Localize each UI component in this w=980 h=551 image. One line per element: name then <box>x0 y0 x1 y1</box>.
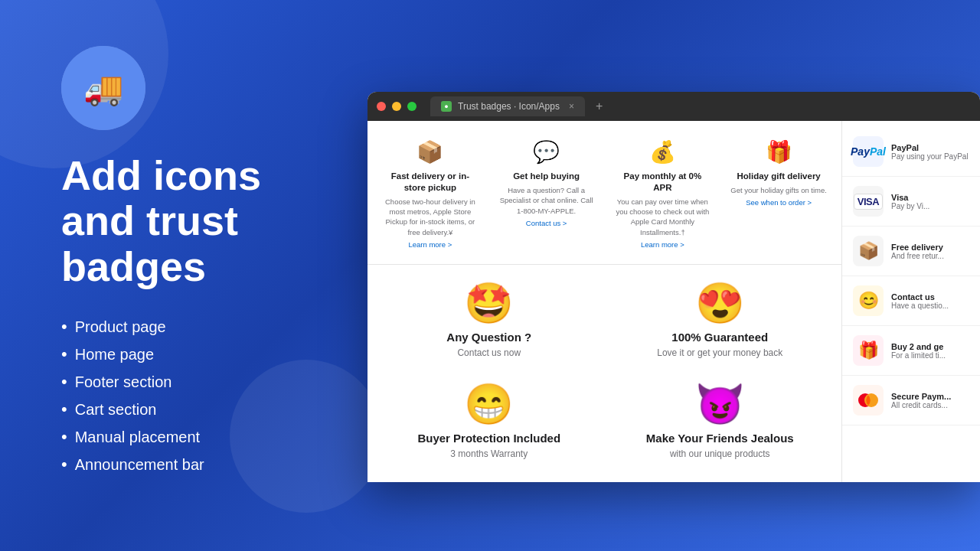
apple-badge-desc: Get your holiday gifts on time. <box>730 185 827 195</box>
browser-tab[interactable]: ● Trust badges · Icon/Apps × <box>430 96 585 116</box>
guarantee-emoji: 😍 <box>695 283 745 323</box>
secure-text: Secure Paym... All credit cards... <box>891 392 969 409</box>
emoji-badge-title: Make Your Friends Jealous <box>646 432 794 445</box>
payment-item-visa: VISA Visa Pay by Vi... <box>842 177 980 227</box>
truck-icon: 🚚 <box>83 70 123 107</box>
emoji-badge-desc: Love it or get your money back <box>657 347 782 360</box>
emoji-badge-jealous: 😈 Make Your Friends Jealous with our uni… <box>611 378 830 467</box>
delivery-badge-icon: 🚚 <box>61 46 145 130</box>
protection-emoji: 😁 <box>464 384 514 424</box>
feature-item: Announcement bar <box>61 455 204 474</box>
delivery-icon: 📦 <box>416 139 443 165</box>
money-icon: 💰 <box>649 139 676 165</box>
free-delivery-text: Free delivery And free retur... <box>891 243 969 260</box>
apple-badges-row: 📦 Fast delivery or in-store pickup Choos… <box>368 121 841 265</box>
buy2-text: Buy 2 and ge For a limited ti... <box>891 342 969 360</box>
paypal-icon: PayPal <box>853 136 884 167</box>
tab-favicon: ● <box>441 101 452 112</box>
apple-badge-link[interactable]: See when to order > <box>746 198 812 207</box>
chat-icon: 💬 <box>533 139 560 165</box>
paypal-text: PayPal Pay using your PayPal <box>891 143 969 161</box>
gift-icon: 🎁 <box>766 139 792 165</box>
apple-badge-gift: 🎁 Holiday gift delivery Get your holiday… <box>724 136 834 252</box>
apple-badge-title: Get help buying <box>513 171 580 182</box>
browser-content: 📦 Fast delivery or in-store pickup Choos… <box>368 121 980 482</box>
mastercard-icon <box>853 385 884 416</box>
apple-badge-title: Holiday gift delivery <box>737 171 820 182</box>
contact-text: Contact us Have a questio... <box>891 292 969 310</box>
feature-item: Manual placement <box>61 427 204 447</box>
apple-badge-desc: Have a question? Call a Specialist or ch… <box>498 185 596 216</box>
emoji-badge-desc: with our unique products <box>670 448 770 461</box>
jealous-emoji: 😈 <box>695 384 745 424</box>
payment-item-buy2: 🎁 Buy 2 and ge For a limited ti... <box>842 326 980 376</box>
feature-item: Home page <box>61 344 204 364</box>
apple-badge-link[interactable]: Learn more > <box>641 240 684 249</box>
apple-badge-title: Pay monthly at 0% APR <box>614 171 712 194</box>
apple-badge-delivery: 📦 Fast delivery or in-store pickup Choos… <box>375 136 485 252</box>
feature-item: Cart section <box>61 399 204 419</box>
visa-text: Visa Pay by Vi... <box>891 193 969 210</box>
minimize-dot[interactable] <box>392 102 401 111</box>
main-title: Add icons and trust badges <box>61 153 337 289</box>
emoji-badge-desc: Contact us now <box>457 347 521 360</box>
close-dot[interactable] <box>377 102 386 111</box>
browser-right-section: PayPal PayPal Pay using your PayPal VISA… <box>842 121 980 482</box>
maximize-dot[interactable] <box>407 102 416 111</box>
visa-icon: VISA <box>853 186 884 217</box>
payment-item-free-delivery: 📦 Free delivery And free retur... <box>842 227 980 276</box>
question-emoji: 🤩 <box>464 283 514 323</box>
emoji-badge-protection: 😁 Buyer Protection Included 3 months War… <box>380 378 599 467</box>
browser-window: ● Trust badges · Icon/Apps × + 📦 Fast de… <box>368 92 980 482</box>
apple-badge-desc: Choose two-hour delivery in most metros,… <box>381 197 479 237</box>
buy2-icon: 🎁 <box>853 335 884 366</box>
tab-close-button[interactable]: × <box>569 101 574 112</box>
apple-badge-pay: 💰 Pay monthly at 0% APR You can pay over… <box>608 136 718 252</box>
feature-item: Product page <box>61 317 204 337</box>
emoji-badge-desc: 3 months Warranty <box>450 448 528 461</box>
browser-left-section: 📦 Fast delivery or in-store pickup Choos… <box>368 121 842 482</box>
feature-list: Product page Home page Footer section Ca… <box>61 317 204 474</box>
emoji-badge-title: Any Question ? <box>446 331 531 344</box>
left-panel: 🚚 Add icons and trust badges Product pag… <box>0 0 368 551</box>
payment-item-contact: 😊 Contact us Have a questio... <box>842 276 980 326</box>
emoji-badge-title: 100% Guaranteed <box>671 331 768 344</box>
payment-item-paypal: PayPal PayPal Pay using your PayPal <box>842 127 980 177</box>
feature-item: Footer section <box>61 372 204 392</box>
tab-label: Trust badges · Icon/Apps <box>458 101 560 112</box>
apple-badge-link[interactable]: Learn more > <box>408 240 452 249</box>
browser-chrome: ● Trust badges · Icon/Apps × + <box>368 92 980 121</box>
payment-item-secure: Secure Paym... All credit cards... <box>842 376 980 425</box>
new-tab-button[interactable]: + <box>596 99 603 113</box>
emoji-badge-title: Buyer Protection Included <box>417 432 560 445</box>
apple-badge-help: 💬 Get help buying Have a question? Call … <box>492 136 602 252</box>
emoji-badge-guarantee: 😍 100% Guaranteed Love it or get your mo… <box>611 277 830 366</box>
apple-badge-desc: You can pay over time when you choose to… <box>614 197 712 237</box>
apple-badge-link[interactable]: Contact us > <box>526 219 567 227</box>
emoji-badges-grid: 🤩 Any Question ? Contact us now 😍 100% G… <box>368 265 841 479</box>
contact-icon: 😊 <box>853 285 884 316</box>
apple-badge-title: Fast delivery or in-store pickup <box>381 171 479 194</box>
emoji-badge-question: 🤩 Any Question ? Contact us now <box>380 277 599 366</box>
free-delivery-icon: 📦 <box>853 236 884 266</box>
